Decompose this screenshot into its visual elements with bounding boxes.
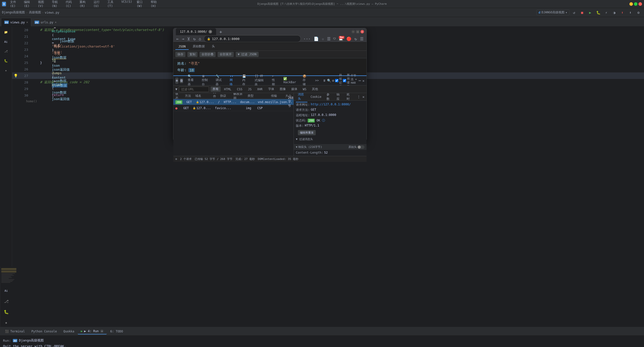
filter-media[interactable]: 媒体	[289, 86, 299, 92]
minimize-button[interactable]	[629, 2, 633, 6]
profile-button[interactable]: ◑	[611, 9, 618, 16]
browser-more-button[interactable]: ···	[303, 36, 311, 42]
raw-headers-label[interactable]: 原始头	[348, 145, 365, 149]
json-filter-btn[interactable]: ▼ 过滤 JSON	[236, 52, 259, 57]
maximize-button[interactable]	[634, 2, 637, 6]
activity-structure[interactable]: Ai	[2, 286, 11, 295]
browser-menu-button[interactable]: ☰	[359, 36, 364, 42]
browser-forward-button[interactable]: →	[181, 36, 185, 42]
browser-minimize[interactable]: —	[351, 30, 355, 33]
browser-maximize[interactable]: □	[356, 30, 359, 33]
new-tab-button[interactable]: +	[217, 28, 224, 35]
activity-favorites[interactable]: ★	[2, 318, 11, 327]
menu-run[interactable]: 运行(U)	[92, 0, 105, 8]
terminal-tab[interactable]: ⬛ Terminal	[2, 329, 28, 334]
sidebar-project-icon[interactable]: 📁	[1, 28, 11, 37]
devtools-close-icon[interactable]: ✕	[363, 79, 365, 83]
menu-view[interactable]: 视图(V)	[36, 0, 49, 8]
browser-tab-close[interactable]: ✕	[209, 30, 212, 33]
menu-file[interactable]: 文件(E)	[8, 0, 21, 8]
browser-sync-icon[interactable]: ↻	[354, 36, 357, 42]
close-button[interactable]	[638, 2, 642, 6]
panel-more-icon[interactable]: ⋮	[356, 95, 361, 99]
devtools-more-menu[interactable]: ⋯	[357, 78, 362, 83]
project-dropdown[interactable]: d DJANGO高级视图 ▾	[536, 10, 570, 15]
run-tab[interactable]: ▶ ▶ 4: Run ✕	[78, 328, 107, 334]
sidebar-favorites-icon[interactable]: ★	[1, 66, 11, 75]
menu-nav[interactable]: 导航(N)	[50, 0, 63, 8]
breadcrumb-item-2[interactable]: 高级视图	[29, 10, 41, 15]
browser-refresh-button[interactable]: ↻	[193, 36, 196, 42]
filter-html[interactable]: HTML	[222, 87, 233, 92]
json-save-btn[interactable]: 保存	[175, 52, 185, 57]
browser-home-button[interactable]: ⌂	[198, 36, 202, 42]
filter-xhr[interactable]: XHR	[255, 87, 265, 92]
network-row-2[interactable]: ● GET 🔒 127.0... favico... img CSP	[173, 105, 294, 111]
terminal-content[interactable]: Run: py Django高级视图 Quit the server with …	[0, 336, 644, 347]
sidebar-vcs-icon[interactable]: ⎇	[1, 47, 11, 56]
coverage-button[interactable]: ⚡	[603, 9, 610, 16]
menu-tools[interactable]: 工具(T)	[105, 0, 119, 8]
tab-urls-close[interactable]: ✕	[55, 21, 57, 24]
menu-refactor[interactable]: 重构(R)	[77, 0, 91, 8]
json-copy-btn[interactable]: 复制	[187, 52, 197, 57]
quokka-tab[interactable]: Quokka	[60, 329, 77, 334]
devtools-search-icon[interactable]: 🔍	[327, 79, 331, 82]
sidebar-structure-icon[interactable]: Ai	[1, 37, 11, 46]
menu-window[interactable]: 窗口(W)	[135, 0, 148, 8]
browser-active-tab[interactable]: 127.0.0.1:8000/ ✕	[176, 28, 216, 35]
run-button[interactable]: ▶	[587, 9, 594, 16]
edit-resend-button[interactable]: 编辑和重发	[298, 130, 316, 135]
devtools-settings-icon[interactable]: ⚙	[332, 79, 334, 82]
python-console-tab[interactable]: Python Console	[28, 329, 60, 334]
filter-css[interactable]: CSS	[235, 87, 245, 92]
tab-views-close[interactable]: ✕	[26, 21, 28, 24]
filter-image[interactable]: 图像	[278, 86, 288, 92]
sidebar-debug-icon[interactable]: 🐛	[1, 56, 11, 65]
activity-debug[interactable]: 🐛	[2, 307, 11, 316]
filter-icon[interactable]: ▼	[175, 87, 177, 91]
stop-button[interactable]: ■	[579, 9, 586, 16]
filter-js[interactable]: JS	[246, 87, 253, 92]
filter-all[interactable]: 所有	[211, 86, 221, 92]
network-settings-icon[interactable]: ⚙	[175, 157, 177, 161]
devtools-pause-icon[interactable]: ⏸	[323, 79, 326, 82]
browser-history-button[interactable]: ⊻	[187, 36, 191, 42]
panel-close-icon[interactable]: ✕	[363, 95, 365, 99]
todo-tab[interactable]: 6: TODO	[107, 329, 126, 334]
activity-git[interactable]: ⎇	[2, 297, 11, 306]
json-collapse-btn[interactable]: 全部折叠	[199, 52, 216, 57]
req-tab-cookies[interactable]: Cookie	[308, 94, 323, 100]
breadcrumb-item-1[interactable]: Django高级视图	[2, 10, 25, 15]
browser-close[interactable]: ✕	[360, 30, 364, 33]
filter-request-headers-btn[interactable]: ▼ 过滤消息头	[296, 137, 365, 141]
browser-bookmark-star[interactable]: ☆	[321, 36, 325, 42]
status-info-icon[interactable]: ⓘ	[322, 119, 325, 122]
menu-code[interactable]: 代码(C)	[64, 0, 77, 8]
devtools-dock-icon[interactable]: ⊞	[175, 78, 178, 84]
browser-ext-2[interactable]: 🔴	[346, 36, 352, 42]
filter-other[interactable]: 其他	[310, 86, 320, 92]
lightbulb-icon[interactable]: 💡	[14, 74, 18, 78]
address-bar[interactable]: 🔒 127.0.0.1:8000	[204, 35, 301, 42]
breadcrumb-item-3[interactable]: views.py	[45, 11, 59, 14]
response-headers-section[interactable]: ▼ 响应头 (216字节) 原始头	[294, 144, 367, 150]
upload-button[interactable]: ⬆	[619, 9, 626, 16]
browser-reader-view[interactable]: ☰	[327, 36, 331, 42]
network-row-1[interactable]: 200 GET 🔒 127.0... / HTTP... docum... vn…	[173, 99, 294, 105]
filter-ws[interactable]: WS	[301, 87, 308, 92]
json-tab-json[interactable]: JSON	[175, 44, 189, 50]
refresh-button[interactable]: ↺	[571, 9, 578, 16]
json-tab-raw[interactable]: 原始数据	[190, 43, 208, 50]
devtools-persist-log-checkbox[interactable]	[335, 79, 338, 82]
browser-back-button[interactable]: ←	[176, 36, 179, 42]
debug-button[interactable]: 🐛	[595, 9, 602, 16]
browser-reader-button[interactable]: 📄	[313, 36, 319, 42]
filter-font[interactable]: 字体	[266, 86, 276, 92]
run-tab-close[interactable]: ✕	[100, 329, 104, 333]
devtools-disable-cache-checkbox[interactable]	[343, 79, 346, 82]
filter-url-input[interactable]	[179, 86, 209, 92]
devtools-tab-hackbar[interactable]: ✅ HackBar	[280, 75, 299, 86]
json-tab-headers[interactable]: 头	[209, 43, 218, 50]
tab-urls-py[interactable]: py urls.py ✕	[31, 18, 60, 26]
